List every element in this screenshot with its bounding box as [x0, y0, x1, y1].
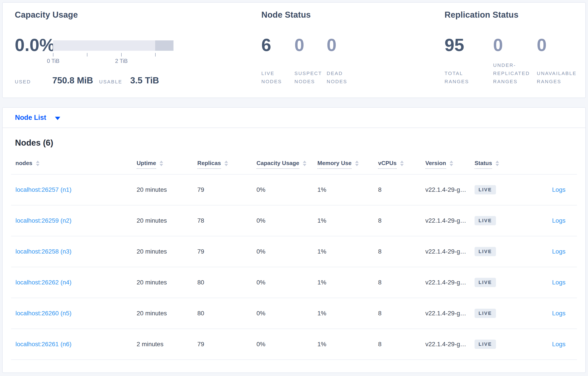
- uptime-cell: 20 minutes: [137, 248, 197, 255]
- capacity-bar-dark-segment: [155, 40, 173, 51]
- sort-icon: [160, 161, 163, 166]
- suspect-nodes-label: SUSPECT NODES: [294, 69, 327, 86]
- column-header-capacity-usage[interactable]: Capacity Usage: [256, 159, 317, 169]
- node-link[interactable]: localhost:26260 (n5): [15, 310, 72, 317]
- sort-icon: [303, 161, 306, 166]
- memory-use-cell: 1%: [317, 217, 378, 224]
- capacity-used-usable-row: USED 750.8 MiB USABLE 3.5 TiB: [15, 75, 174, 85]
- node-link[interactable]: localhost:26258 (n3): [15, 248, 72, 255]
- usable-value: 3.5 TiB: [130, 75, 159, 85]
- sort-icon: [36, 161, 40, 166]
- sort-icon: [450, 161, 453, 166]
- used-label: USED: [15, 79, 52, 85]
- logs-link[interactable]: Logs: [552, 279, 566, 286]
- capacity-bar-chart: [53, 40, 173, 51]
- nodes-table-card: Nodes (6) nodes Uptime Replicas Capacity…: [2, 127, 586, 373]
- capacity-usage-cell: 0%: [256, 279, 317, 286]
- replicas-cell: 80: [197, 310, 256, 317]
- capacity-usage-cell: 0%: [256, 217, 317, 224]
- capacity-usage-section: Capacity Usage 0.0% 0 TiB 2 TiB USED 750…: [15, 3, 191, 97]
- node-link[interactable]: localhost:26261 (n6): [15, 341, 72, 347]
- column-header-version[interactable]: Version: [425, 159, 474, 169]
- capacity-usage-cell: 0%: [256, 186, 317, 193]
- replicas-cell: 80: [197, 279, 256, 286]
- live-nodes-value: 6: [261, 36, 294, 54]
- node-status-section: Node Status 6 0 0 LIVE NODES SUSPECT NOD…: [261, 3, 403, 97]
- nodes-heading: Nodes (6): [15, 138, 585, 148]
- capacity-axis-tick: [53, 53, 53, 56]
- column-header-uptime[interactable]: Uptime: [137, 159, 197, 169]
- under-replicated-ranges-label: UNDER- REPLICATED RANGES: [493, 61, 537, 86]
- chevron-down-icon: [55, 117, 60, 120]
- capacity-percent-value: 0.0%: [15, 36, 55, 54]
- column-header-memory-use[interactable]: Memory Use: [317, 159, 378, 169]
- view-selector-card: Node List: [2, 107, 586, 127]
- sort-icon: [495, 161, 499, 166]
- table-row: localhost:26262 (n4) 20 minutes 80 0% 1%…: [11, 267, 577, 298]
- capacity-usage-cell: 0%: [256, 310, 317, 317]
- vcpus-cell: 8: [378, 186, 425, 193]
- version-cell: v22.1.4-29-g…: [425, 217, 474, 224]
- replication-status-section: Replication Status 95 0 0 TOTAL RANGES U…: [444, 3, 586, 97]
- node-status-values: 6 0 0: [261, 36, 364, 54]
- table-header-row: nodes Uptime Replicas Capacity Usage Mem…: [11, 154, 577, 175]
- capacity-usage-cell: 0%: [256, 341, 317, 348]
- status-badge: LIVE: [474, 216, 496, 225]
- memory-use-cell: 1%: [317, 186, 378, 193]
- nodes-table: nodes Uptime Replicas Capacity Usage Mem…: [11, 154, 577, 360]
- memory-use-cell: 1%: [317, 248, 378, 255]
- used-value: 750.8 MiB: [52, 75, 99, 85]
- column-header-nodes[interactable]: nodes: [11, 159, 137, 169]
- vcpus-cell: 8: [378, 279, 425, 286]
- table-row: localhost:26259 (n2) 20 minutes 78 0% 1%…: [11, 205, 577, 236]
- version-cell: v22.1.4-29-g…: [425, 341, 474, 348]
- status-badge: LIVE: [474, 247, 496, 256]
- node-link[interactable]: localhost:26257 (n1): [15, 186, 72, 193]
- capacity-axis-label-0: 0 TiB: [36, 58, 71, 64]
- live-nodes-label: LIVE NODES: [261, 69, 294, 86]
- table-row: localhost:26260 (n5) 20 minutes 80 0% 1%…: [11, 298, 577, 329]
- node-list-dropdown[interactable]: Node List: [3, 108, 585, 127]
- uptime-cell: 20 minutes: [137, 217, 197, 224]
- replicas-cell: 79: [197, 186, 256, 193]
- replicas-cell: 79: [197, 341, 256, 348]
- status-badge: LIVE: [474, 185, 496, 194]
- logs-link[interactable]: Logs: [552, 341, 566, 347]
- logs-link[interactable]: Logs: [552, 248, 566, 255]
- memory-use-cell: 1%: [317, 310, 378, 317]
- status-badge: LIVE: [474, 309, 496, 318]
- vcpus-cell: 8: [378, 217, 425, 224]
- capacity-axis-label-2: 2 TiB: [104, 58, 139, 64]
- table-row: localhost:26261 (n6) 2 minutes 79 0% 1% …: [11, 329, 577, 360]
- dead-nodes-value: 0: [327, 36, 364, 54]
- sort-icon: [355, 161, 359, 166]
- capacity-axis-tick: [155, 53, 156, 56]
- logs-link[interactable]: Logs: [552, 310, 566, 317]
- uptime-cell: 20 minutes: [137, 279, 197, 286]
- node-status-title: Node Status: [261, 10, 311, 20]
- total-ranges-label: TOTAL RANGES: [444, 69, 493, 86]
- vcpus-cell: 8: [378, 341, 425, 348]
- sort-icon: [400, 161, 404, 166]
- table-row: localhost:26258 (n3) 20 minutes 79 0% 1%…: [11, 236, 577, 267]
- dead-nodes-label: DEAD NODES: [327, 69, 364, 86]
- version-cell: v22.1.4-29-g…: [425, 186, 474, 193]
- replicas-cell: 78: [197, 217, 256, 224]
- replication-status-values: 95 0 0: [444, 36, 588, 54]
- replicas-cell: 79: [197, 248, 256, 255]
- column-header-vcpus[interactable]: vCPUs: [378, 159, 425, 169]
- column-header-replicas[interactable]: Replicas: [197, 159, 256, 169]
- vcpus-cell: 8: [378, 310, 425, 317]
- logs-link[interactable]: Logs: [552, 217, 566, 224]
- capacity-usage-title: Capacity Usage: [15, 10, 78, 20]
- sort-icon: [224, 161, 228, 166]
- column-header-status[interactable]: Status: [474, 159, 524, 169]
- status-badge: LIVE: [474, 340, 496, 349]
- logs-link[interactable]: Logs: [552, 186, 566, 193]
- status-badge: LIVE: [474, 278, 496, 287]
- node-link[interactable]: localhost:26259 (n2): [15, 217, 72, 224]
- capacity-axis-tick: [121, 53, 122, 56]
- total-ranges-value: 95: [444, 36, 493, 54]
- node-list-dropdown-label: Node List: [15, 114, 46, 122]
- node-link[interactable]: localhost:26262 (n4): [15, 279, 72, 286]
